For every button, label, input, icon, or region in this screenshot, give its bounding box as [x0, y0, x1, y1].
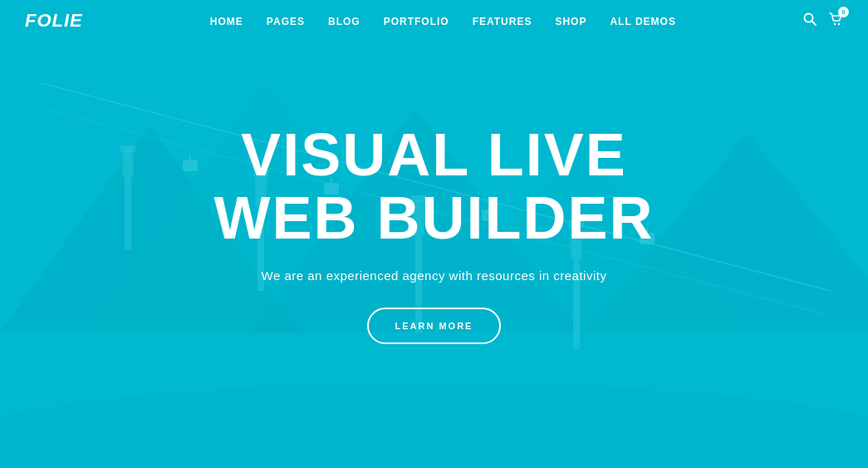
- nav-link-pages[interactable]: PAGES: [267, 16, 305, 27]
- nav-item-portfolio[interactable]: PORTFOLIO: [384, 13, 449, 28]
- nav-link-all-demos[interactable]: ALL DEMOS: [610, 16, 675, 27]
- nav-link-home[interactable]: HOME: [210, 16, 243, 27]
- hero-section: FOLIE HOME PAGES BLOG PORTFOLIO FEATURES…: [0, 0, 868, 468]
- cart-icon[interactable]: 0: [828, 12, 843, 30]
- svg-rect-11: [131, 152, 134, 177]
- svg-rect-8: [125, 150, 131, 249]
- navbar: FOLIE HOME PAGES BLOG PORTFOLIO FEATURES…: [0, 0, 868, 42]
- svg-point-32: [0, 382, 868, 468]
- nav-links: HOME PAGES BLOG PORTFOLIO FEATURES SHOP …: [210, 13, 676, 28]
- hero-title-line2: WEB BUILDER: [214, 185, 655, 251]
- hero-subtitle: We are an experienced agency with resour…: [262, 268, 607, 283]
- svg-rect-24: [183, 160, 198, 171]
- hero-title-line1: VISUAL LIVE: [241, 121, 627, 188]
- nav-link-features[interactable]: FEATURES: [473, 16, 532, 27]
- nav-item-features[interactable]: FEATURES: [473, 13, 532, 28]
- logo[interactable]: FOLIE: [25, 10, 83, 32]
- hero-content: VISUAL LIVE WEB BUILDER We are an experi…: [214, 124, 655, 343]
- svg-line-34: [812, 22, 816, 26]
- nav-link-portfolio[interactable]: PORTFOLIO: [384, 16, 449, 27]
- svg-rect-9: [120, 145, 135, 152]
- logo-text: FOLIE: [25, 10, 83, 32]
- nav-item-pages[interactable]: PAGES: [267, 13, 305, 28]
- svg-rect-25: [189, 155, 191, 161]
- learn-more-button[interactable]: LEARN MORE: [367, 308, 502, 344]
- hero-title: VISUAL LIVE WEB BUILDER: [214, 124, 655, 249]
- nav-icons: 0: [803, 12, 843, 30]
- cart-badge: 0: [838, 7, 849, 17]
- nav-link-shop[interactable]: SHOP: [555, 16, 586, 27]
- svg-point-35: [834, 23, 836, 25]
- nav-item-home[interactable]: HOME: [210, 13, 243, 28]
- nav-item-shop[interactable]: SHOP: [555, 13, 586, 28]
- svg-rect-10: [122, 152, 125, 177]
- svg-point-36: [838, 23, 840, 25]
- nav-link-blog[interactable]: BLOG: [328, 16, 360, 27]
- nav-item-blog[interactable]: BLOG: [328, 13, 360, 28]
- search-icon[interactable]: [803, 12, 817, 29]
- nav-item-all-demos[interactable]: ALL DEMOS: [610, 13, 675, 28]
